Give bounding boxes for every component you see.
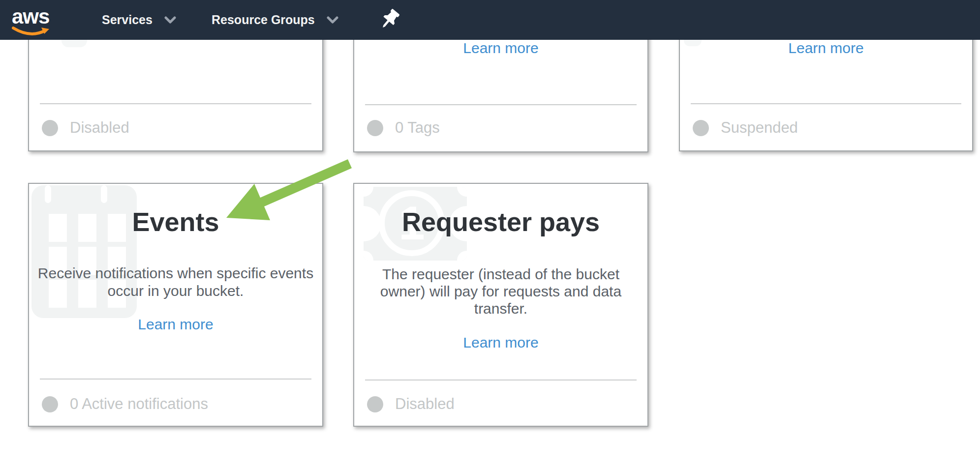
events-card[interactable]: Events Receive notifications when specif… <box>28 183 323 427</box>
learn-more-link[interactable]: Learn more <box>29 317 322 332</box>
status-dot-icon <box>367 396 383 412</box>
status-dot-icon <box>42 120 58 136</box>
chevron-down-icon <box>327 16 338 24</box>
status-dot-icon <box>367 120 383 136</box>
nav-services-label: Services <box>102 13 153 27</box>
events-card-title: Events <box>29 206 322 237</box>
requester-pays-card-title: Requester pays <box>354 206 647 237</box>
status-row: 0 Tags <box>367 119 440 137</box>
description-line: occur in your bucket. <box>29 282 322 300</box>
learn-more-link[interactable]: Learn more <box>680 40 972 56</box>
description-line: transfer. <box>354 300 647 317</box>
chevron-down-icon <box>164 16 176 24</box>
status-dot-icon <box>42 396 58 412</box>
aws-logo[interactable]: aws <box>11 4 55 36</box>
nav-resource-groups-label: Resource Groups <box>212 13 315 27</box>
card-divider <box>40 103 311 104</box>
learn-more-link[interactable]: Learn more <box>354 335 647 351</box>
status-row: 0 Active notifications <box>42 395 208 413</box>
requester-pays-card[interactable]: 1 Requester pays The requester (instead … <box>353 183 648 427</box>
aws-logo-text: aws <box>12 5 49 29</box>
card-divider <box>40 379 311 380</box>
description-line: Receive notifications when specific even… <box>29 264 322 282</box>
card-divider <box>691 103 961 104</box>
events-card-description: Receive notifications when specific even… <box>29 264 322 300</box>
description-line: owner) will pay for requests and data <box>354 283 647 300</box>
card-divider <box>365 380 637 380</box>
nav-menu-services[interactable]: Services <box>102 0 176 40</box>
aws-navbar: aws Services Resource Groups <box>0 0 980 40</box>
status-row: Disabled <box>42 119 129 137</box>
learn-more-link[interactable]: Learn more <box>354 40 647 56</box>
status-dot-icon <box>693 120 709 136</box>
description-line: The requester (instead of the bucket <box>354 265 647 283</box>
tags-card[interactable]: Learn more 0 Tags <box>353 28 648 152</box>
transfer-acceleration-card[interactable]: Learn more Suspended <box>679 28 973 151</box>
status-row: Suspended <box>693 119 798 137</box>
status-text: 0 Tags <box>395 119 440 137</box>
status-text: Suspended <box>721 119 798 137</box>
requester-pays-card-description: The requester (instead of the bucket own… <box>354 265 647 317</box>
status-text: Disabled <box>70 119 129 137</box>
aws-smile-icon <box>12 27 52 38</box>
nav-menu-resource-groups[interactable]: Resource Groups <box>212 0 338 40</box>
s3-bucket-properties-screen: aws Services Resource Groups <box>0 0 980 468</box>
status-text: 0 Active notifications <box>70 395 208 413</box>
card-divider <box>365 104 637 105</box>
status-row: Disabled <box>367 395 455 413</box>
versioning-card[interactable]: Disabled <box>28 28 323 151</box>
pin-icon[interactable] <box>380 9 400 31</box>
status-text: Disabled <box>395 395 455 413</box>
